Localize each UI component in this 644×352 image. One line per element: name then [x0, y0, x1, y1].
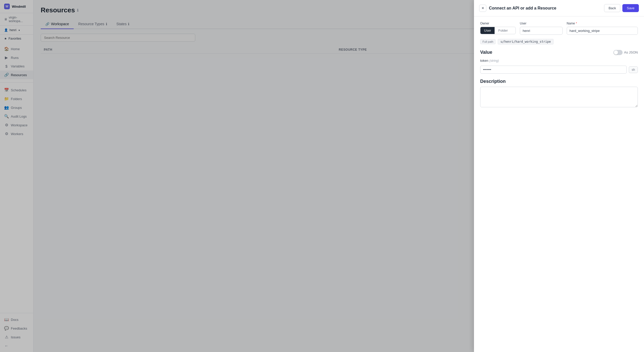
back-button[interactable]: Back	[604, 4, 620, 12]
modal-header: ✕ Connect an API or add a Resource Back …	[474, 0, 644, 16]
as-json-label: As JSON	[624, 50, 638, 54]
name-label: Name *	[567, 22, 638, 25]
user-input[interactable]	[520, 27, 563, 35]
token-field-group: token (string) sh	[480, 59, 638, 74]
user-label: User	[520, 22, 563, 25]
show-token-button[interactable]: sh	[629, 66, 638, 73]
token-label: token (string)	[480, 59, 638, 63]
modal-header-left: ✕ Connect an API or add a Resource	[479, 5, 556, 12]
token-input-row: sh	[480, 66, 638, 74]
description-section: Description	[480, 79, 638, 108]
full-path-label: Full path	[480, 39, 496, 44]
user-group: User	[520, 22, 563, 35]
full-path-value: u/henri/hard_working_stripe	[498, 39, 554, 45]
as-json-switch[interactable]	[613, 50, 623, 55]
owner-toggle: User Folder	[480, 27, 516, 34]
description-textarea[interactable]	[480, 87, 638, 107]
modal-header-actions: Back Save	[604, 4, 639, 12]
owner-user-btn[interactable]: User	[480, 27, 495, 34]
value-section: Value As JSON token (string)	[480, 50, 638, 74]
owner-label: Owner	[480, 22, 516, 25]
toggle-knob	[614, 50, 618, 55]
as-json-toggle[interactable]: As JSON	[613, 50, 638, 55]
token-input[interactable]	[480, 66, 627, 74]
owner-folder-btn[interactable]: Folder	[495, 27, 511, 34]
modal-title: Connect an API or add a Resource	[489, 6, 556, 11]
modal-close-button[interactable]: ✕	[479, 5, 486, 12]
modal-overlay: ✕ Connect an API or add a Resource Back …	[0, 0, 644, 352]
value-title: Value	[480, 50, 492, 55]
full-path-row: Full path u/henri/hard_working_stripe	[480, 39, 638, 45]
name-required-star: *	[576, 22, 577, 25]
owner-user-name-row: Owner User Folder User Name *	[480, 22, 638, 35]
modal-panel: ✕ Connect an API or add a Resource Back …	[474, 0, 644, 352]
value-header: Value As JSON	[480, 50, 638, 55]
description-title: Description	[480, 79, 638, 84]
modal-body: Owner User Folder User Name *	[474, 16, 644, 352]
token-type: (string)	[489, 59, 499, 63]
name-group: Name *	[567, 22, 638, 35]
save-button[interactable]: Save	[622, 4, 639, 12]
name-input[interactable]	[567, 27, 638, 35]
owner-group: Owner User Folder	[480, 22, 516, 34]
